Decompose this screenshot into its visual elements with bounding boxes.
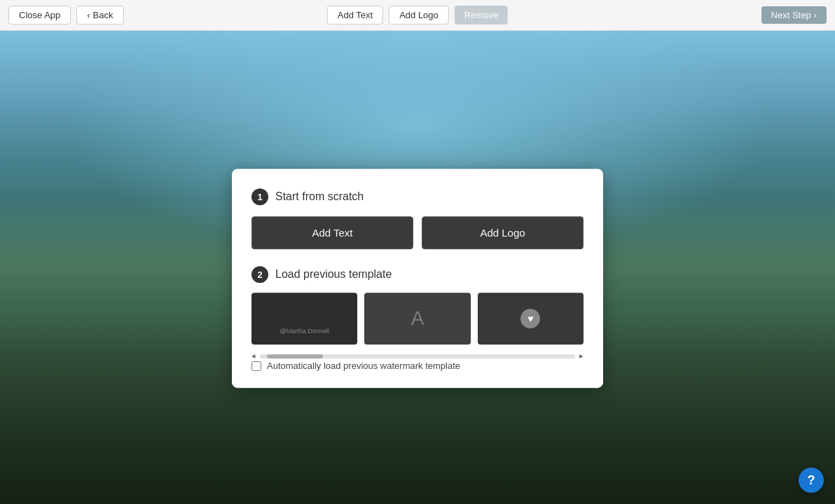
scroll-left-arrow[interactable]: ◂ [251, 351, 256, 360]
template-grid: @Martha Donnell A ♥ [251, 293, 584, 344]
scroll-right-arrow[interactable]: ▸ [579, 351, 584, 360]
logo-letter-icon: A [411, 307, 425, 330]
template-thumb-1[interactable]: @Martha Donnell [251, 293, 357, 344]
thumb1-label: @Martha Donnell [280, 328, 329, 335]
step2-badge: 2 [251, 266, 268, 283]
next-step-button[interactable]: Next Step › [761, 6, 827, 24]
back-button[interactable]: ‹ Back [76, 6, 123, 24]
auto-load-checkbox-row: Automatically load previous watermark te… [251, 360, 584, 371]
next-chevron-icon: › [814, 10, 817, 20]
section2-title: Load previous template [275, 268, 392, 281]
action-buttons: Add Text Add Logo [251, 216, 584, 249]
scroll-container: ◂ ▸ [251, 351, 584, 360]
back-label: Back [93, 10, 113, 20]
add-text-toolbar-button[interactable]: Add Text [327, 6, 383, 24]
section1-title: Start from scratch [275, 190, 364, 203]
next-step-label: Next Step [771, 10, 811, 20]
back-chevron-icon: ‹ [87, 10, 90, 20]
step1-badge: 1 [251, 188, 268, 205]
heart-icon: ♥ [527, 313, 533, 324]
heart-badge: ♥ [520, 309, 540, 328]
toolbar-left: Close App ‹ Back [8, 6, 124, 24]
template-thumb-2[interactable]: A [364, 293, 470, 344]
section2-header: 2 Load previous template [251, 266, 584, 283]
section1-header: 1 Start from scratch [251, 188, 584, 205]
auto-load-checkbox[interactable] [251, 361, 261, 371]
close-app-button[interactable]: Close App [8, 6, 71, 24]
toolbar-center: Add Text Add Logo Remove [327, 6, 508, 24]
remove-toolbar-button: Remove [455, 6, 508, 24]
scrollbar-track[interactable] [260, 354, 575, 358]
toolbar: Close App ‹ Back Add Text Add Logo Remov… [0, 0, 835, 31]
toolbar-right: Next Step › [761, 6, 827, 24]
auto-load-label: Automatically load previous watermark te… [267, 360, 460, 371]
help-button[interactable]: ? [799, 468, 824, 493]
scrollbar-thumb[interactable] [267, 354, 323, 358]
template-thumb-3[interactable]: ♥ [478, 293, 584, 344]
add-logo-toolbar-button[interactable]: Add Logo [389, 6, 449, 24]
modal-dialog: 1 Start from scratch Add Text Add Logo 2… [232, 169, 603, 388]
add-text-button[interactable]: Add Text [251, 216, 413, 249]
background-area: 1 Start from scratch Add Text Add Logo 2… [0, 31, 835, 504]
add-logo-button[interactable]: Add Logo [422, 216, 584, 249]
